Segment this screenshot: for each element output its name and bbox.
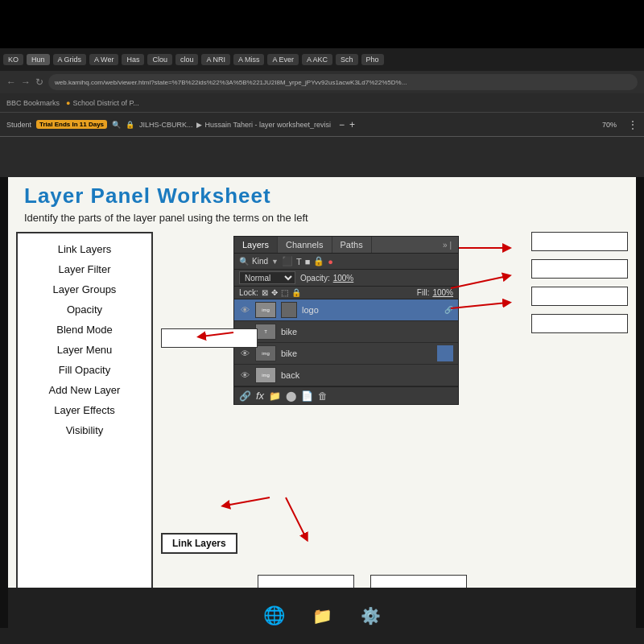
lock-move-icon[interactable]: ✥ [271,288,278,297]
forward-btn[interactable]: → [21,76,31,88]
filter-icon-img[interactable]: ⬛ [282,256,293,266]
tab-grids[interactable]: A Grids [53,54,87,65]
taskbar: KO Hun A Grids A Wer Has Clou clou A NRI… [0,48,644,71]
tab-wer[interactable]: A Wer [89,54,118,65]
tab-ever[interactable]: A Ever [267,54,299,65]
filter-icon-shape[interactable]: ■ [305,257,311,266]
layer-row-bike1[interactable]: 👁 T bike [234,321,458,343]
tab-clou1[interactable]: Clou [147,54,172,65]
term-fill-opacity: Fill Opacity [18,362,151,378]
taskbar-icon-chrome[interactable]: 🌐 [258,600,290,632]
layer-row-back[interactable]: 👁 img back [234,365,458,386]
tab-channels[interactable]: Channels [278,237,332,253]
blend-mode-select[interactable]: Normal [239,271,295,284]
link-layers-icon[interactable]: 🔗 [239,390,251,402]
layers-bottom-bar: 🔗 fx 📁 ⬤ 📄 🗑 [234,386,458,404]
bookmarks-row: BBC Bookmarks ● School District of P... [0,93,644,113]
fx-icon[interactable]: fx [256,390,264,402]
more-options-icon[interactable]: ⋮ [628,119,638,130]
student-label: Student [6,121,31,129]
layer-name-bike2: bike [281,349,432,358]
term-opacity: Opacity [18,302,151,317]
svg-line-5 [225,497,270,506]
link-layers-answer-box: Link Layers [161,533,237,554]
layer-thumb-logo: img [255,302,276,318]
tab-clou2[interactable]: clou [175,54,199,65]
taskbar-icon-settings[interactable]: ⚙️ [354,600,386,632]
layer-row-bike2[interactable]: 👁 img bike [234,343,458,365]
taskbar-icon-files[interactable]: 📁 [306,600,338,632]
layer-link-icon: 🔗 [444,306,453,314]
visibility-icon-back[interactable]: 👁 [239,370,250,380]
visibility-icon-logo[interactable]: 👁 [239,305,250,315]
layer-name-back: back [281,370,453,380]
address-bar[interactable]: web.kamihq.com/web/viewer.html?state=%7B… [48,74,638,90]
layers-tabs: Layers Channels Paths » | [234,237,458,254]
filter-icons: ⬛ T ■ 🔒 ● [282,256,333,266]
kind-dropdown-icon[interactable]: ▼ [271,258,279,266]
bookmarks-label: BBC Bookmarks [6,99,60,107]
back-btn[interactable]: ← [6,76,16,88]
layer-thumb-bike1: T [255,324,276,340]
term-add-new-layer: Add New Layer [18,382,151,398]
tab-paths[interactable]: Paths [332,237,372,253]
term-layer-groups: Layer Groups [18,282,151,297]
tab-miss[interactable]: A Miss [233,54,265,65]
tab-has[interactable]: Has [122,54,144,65]
layers-panel: Layers Channels Paths » | 🔍 Kind ▼ ⬛ T ■… [233,236,459,405]
svg-line-3 [451,303,507,308]
trial-badge: Trial Ends In 11 Days [36,120,107,129]
tab-nri[interactable]: A NRI [201,54,230,65]
more-tabs-icon[interactable]: » | [436,237,458,253]
tab-layers[interactable]: Layers [234,237,278,253]
filter-toggle[interactable]: ● [328,257,333,266]
layer-mask-logo [281,302,297,318]
new-layer-icon[interactable]: 📄 [301,390,313,402]
kind-filter-row: 🔍 Kind ▼ ⬛ T ■ 🔒 ● [234,254,458,270]
layer-name-bike1: bike [281,327,453,336]
search-icon: 🔍 [239,257,249,266]
filter-icon-lock[interactable]: 🔒 [313,256,324,266]
term-layer-filter: Layer Filter [18,262,151,277]
opacity-label: Opacity: [300,274,330,283]
bookmark-school[interactable]: ● School District of P... [66,99,139,107]
fill-value[interactable]: 100% [432,288,453,297]
delete-layer-icon[interactable]: 🗑 [318,390,328,402]
opacity-row: Opacity: 100% [300,274,353,283]
tab-ko[interactable]: KO [3,54,23,65]
answer-box-1[interactable] [531,232,628,251]
minus-btn[interactable]: − [339,119,345,130]
worksheet-title: Layer Panel Worksheet [0,177,644,212]
answer-box-3[interactable] [531,287,628,306]
visibility-icon-bike2[interactable]: 👁 [239,349,250,358]
tab-akc[interactable]: A AKC [302,54,332,65]
lock-fill-row: Lock: ⊠ ✥ ⬚ 🔒 Fill: 100% [234,287,458,299]
filter-icon-t[interactable]: T [296,257,302,266]
layer-row-logo[interactable]: 👁 img logo 🔗 [234,299,458,321]
new-group-icon[interactable]: 📁 [269,390,281,402]
kind-label: Kind [252,257,268,266]
lock-all-icon[interactable]: 🔒 [291,288,301,297]
browser-tabs-row: Student Trial Ends In 11 Days 🔍 🔒 JILHS-… [0,113,644,137]
answer-box-layer-groups[interactable] [161,328,258,348]
adjustment-icon[interactable]: ⬤ [286,390,296,402]
address-bar-row: ← → ↻ web.kamihq.com/web/viewer.html?sta… [0,71,644,93]
term-layer-effects: Layer Effects [18,402,151,418]
bottom-taskbar: 🌐 📁 ⚙️ [0,588,644,644]
lock-pos-icon[interactable]: ⊠ [262,288,268,297]
answer-box-2[interactable] [531,259,628,279]
tab-hun[interactable]: Hun [27,54,50,65]
tab-pho[interactable]: Pho [361,54,384,65]
svg-line-2 [451,276,507,288]
plus-btn[interactable]: + [349,119,355,130]
terms-panel: Link Layers Layer Filter Layer Groups Op… [16,232,153,602]
worksheet-subtitle: Identify the parts of the layer panel us… [0,212,644,232]
layer-thumb-bike2: img [255,345,276,361]
layer-thumb-back: img [255,367,276,383]
tab-sch[interactable]: Sch [336,54,358,65]
answer-box-4[interactable] [531,314,628,333]
lock-artboard-icon[interactable]: ⬚ [281,288,288,297]
refresh-btn[interactable]: ↻ [35,76,43,88]
term-visibility: Visibility [18,423,151,438]
opacity-value[interactable]: 100% [333,274,354,283]
